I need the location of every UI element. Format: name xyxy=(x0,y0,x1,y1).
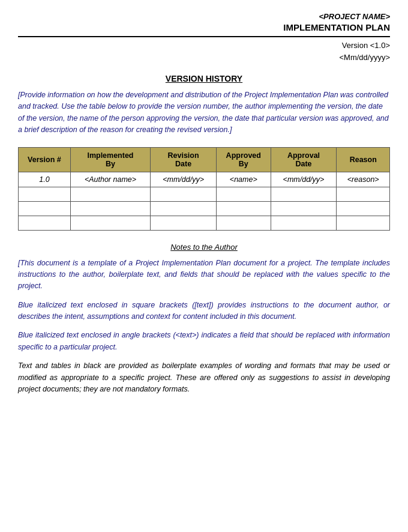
table-cell xyxy=(151,201,217,216)
note-block: [This document is a template of a Projec… xyxy=(18,258,390,292)
table-row xyxy=(19,187,390,201)
version-label: Version <1.0> xyxy=(18,40,390,52)
table-cell xyxy=(217,187,271,201)
notes-title: Notes to the Author xyxy=(18,243,390,252)
table-cell xyxy=(70,201,150,216)
col-reason: Reason xyxy=(337,147,390,172)
table-cell xyxy=(337,201,390,216)
table-cell xyxy=(271,201,337,216)
notes-container: [This document is a template of a Projec… xyxy=(18,258,390,396)
header-divider xyxy=(18,36,390,37)
table-cell xyxy=(217,216,271,230)
section-title: VERSION HISTORY xyxy=(18,74,390,83)
table-row xyxy=(19,201,390,216)
table-cell xyxy=(70,187,150,201)
col-approved-by: ApprovedBy xyxy=(217,147,271,172)
table-cell xyxy=(337,187,390,201)
project-name: <PROJECT NAME> xyxy=(18,12,390,21)
table-cell xyxy=(70,216,150,230)
table-cell xyxy=(271,216,337,230)
table-cell: <Author name> xyxy=(70,172,150,187)
version-info: Version <1.0> <Mm/dd/yyyy> xyxy=(18,40,390,63)
document-header: <PROJECT NAME> IMPLEMENTATION PLAN xyxy=(18,12,390,32)
table-cell xyxy=(19,187,71,201)
date-label: <Mm/dd/yyyy> xyxy=(18,52,390,64)
table-row: 1.0<Author name><mm/dd/yy><name><mm/dd/y… xyxy=(19,172,390,187)
table-cell xyxy=(151,216,217,230)
col-approval-date: ApprovalDate xyxy=(271,147,337,172)
col-implemented-by: ImplementedBy xyxy=(70,147,150,172)
table-cell: <mm/dd/yy> xyxy=(151,172,217,187)
table-cell: <mm/dd/yy> xyxy=(271,172,337,187)
table-cell xyxy=(271,187,337,201)
table-row xyxy=(19,216,390,230)
table-cell: <reason> xyxy=(337,172,390,187)
note-block: Blue italicized text enclosed in angle b… xyxy=(18,330,390,353)
table-cell: 1.0 xyxy=(19,172,71,187)
note-block: Blue italicized text enclosed in square … xyxy=(18,300,390,323)
table-cell xyxy=(19,216,71,230)
table-header-row: Version # ImplementedBy RevisionDate App… xyxy=(19,147,390,172)
doc-title: IMPLEMENTATION PLAN xyxy=(18,22,390,32)
note-block: Text and tables in black are provided as… xyxy=(18,360,390,395)
table-cell xyxy=(217,201,271,216)
col-revision-date: RevisionDate xyxy=(151,147,217,172)
version-history-table: Version # ImplementedBy RevisionDate App… xyxy=(18,147,390,231)
table-cell xyxy=(337,216,390,230)
table-cell xyxy=(19,201,71,216)
table-cell xyxy=(151,187,217,201)
col-version: Version # xyxy=(19,147,71,172)
table-cell: <name> xyxy=(217,172,271,187)
version-description: [Provide information on how the developm… xyxy=(18,89,390,136)
